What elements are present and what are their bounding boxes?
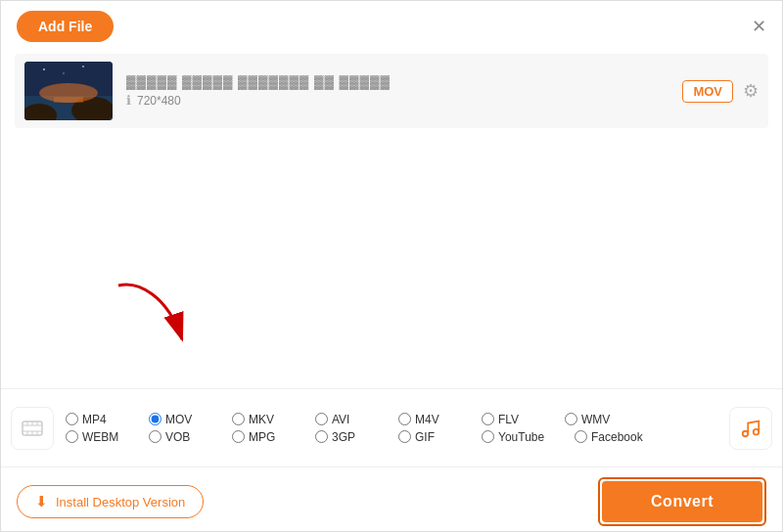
- install-desktop-button[interactable]: ⬇ Install Desktop Version: [17, 485, 204, 518]
- file-info: ▓▓▓▓▓ ▓▓▓▓▓ ▓▓▓▓▓▓▓ ▓▓ ▓▓▓▓▓ ℹ 720*480: [113, 74, 682, 108]
- svg-point-8: [63, 72, 65, 74]
- format-option-mp4[interactable]: MP4: [66, 413, 149, 426]
- add-file-button[interactable]: Add File: [17, 11, 114, 42]
- svg-point-20: [754, 428, 760, 434]
- video-format-icon[interactable]: [11, 407, 54, 450]
- format-option-vob[interactable]: VOB: [149, 430, 232, 444]
- format-radio-wmv[interactable]: [565, 413, 577, 425]
- format-option-gif[interactable]: GIF: [398, 430, 482, 444]
- format-label-mkv: MKV: [249, 413, 274, 426]
- format-option-mov[interactable]: MOV: [149, 413, 232, 426]
- format-option-youtube[interactable]: YouTube: [482, 430, 575, 444]
- format-radio-avi[interactable]: [315, 413, 328, 425]
- format-option-3gp[interactable]: 3GP: [315, 430, 398, 444]
- empty-area: [1, 134, 782, 330]
- format-option-webm[interactable]: WEBM: [66, 430, 149, 444]
- format-label-mov: MOV: [165, 413, 192, 426]
- format-grid-container: MP4 MOV MKV AVI M4V FLV: [66, 413, 719, 444]
- format-option-avi[interactable]: AVI: [315, 413, 398, 426]
- format-radio-vob[interactable]: [149, 430, 161, 443]
- file-thumbnail: [24, 62, 113, 120]
- svg-point-7: [82, 66, 84, 67]
- format-section: MP4 MOV MKV AVI M4V FLV: [1, 388, 782, 466]
- format-label-gif: GIF: [415, 430, 435, 444]
- format-option-flv[interactable]: FLV: [482, 413, 565, 426]
- format-radio-3gp[interactable]: [315, 430, 328, 443]
- format-option-wmv[interactable]: WMV: [565, 413, 648, 426]
- install-label: Install Desktop Version: [56, 495, 185, 510]
- file-resolution: 720*480: [137, 94, 181, 108]
- format-label-youtube: YouTube: [498, 430, 544, 444]
- info-icon: ℹ: [126, 93, 131, 108]
- convert-button-wrapper: Convert: [598, 477, 766, 526]
- svg-rect-5: [54, 97, 83, 103]
- format-radio-mp4[interactable]: [66, 413, 78, 425]
- format-label-flv: FLV: [498, 413, 519, 426]
- format-label-wmv: WMV: [581, 413, 610, 426]
- format-radio-gif[interactable]: [398, 430, 411, 443]
- svg-point-19: [743, 430, 749, 436]
- arrow-area: [1, 330, 782, 388]
- convert-button[interactable]: Convert: [602, 481, 762, 522]
- format-label-webm: WEBM: [82, 430, 118, 444]
- settings-icon[interactable]: ⚙: [743, 80, 759, 102]
- file-item-row: ▓▓▓▓▓ ▓▓▓▓▓ ▓▓▓▓▓▓▓ ▓▓ ▓▓▓▓▓ ℹ 720*480 M…: [15, 54, 768, 128]
- music-note-icon: [740, 418, 761, 439]
- format-radio-flv[interactable]: [482, 413, 494, 425]
- film-icon: [21, 417, 44, 440]
- bottom-bar: ⬇ Install Desktop Version Convert: [1, 466, 782, 532]
- file-meta: ℹ 720*480: [126, 93, 668, 108]
- format-label-vob: VOB: [165, 430, 190, 444]
- format-option-facebook[interactable]: Facebook: [575, 430, 658, 444]
- close-button[interactable]: ✕: [752, 18, 766, 35]
- format-row-2: WEBM VOB MPG 3GP GIF YouTube: [66, 430, 719, 444]
- format-radio-mkv[interactable]: [232, 413, 245, 425]
- file-name: ▓▓▓▓▓ ▓▓▓▓▓ ▓▓▓▓▓▓▓ ▓▓ ▓▓▓▓▓: [126, 74, 668, 89]
- top-bar: Add File ✕: [1, 1, 782, 48]
- format-label-mpg: MPG: [249, 430, 275, 444]
- format-option-mkv[interactable]: MKV: [232, 413, 315, 426]
- format-label-m4v: M4V: [415, 413, 439, 426]
- format-label-facebook: Facebook: [591, 430, 643, 444]
- svg-point-6: [43, 68, 45, 70]
- format-label-mp4: MP4: [82, 413, 107, 426]
- format-option-mpg[interactable]: MPG: [232, 430, 315, 444]
- format-radio-mov[interactable]: [149, 413, 161, 425]
- format-badge-button[interactable]: MOV: [682, 80, 733, 103]
- format-radio-youtube[interactable]: [482, 430, 494, 443]
- audio-format-icon[interactable]: [729, 407, 772, 450]
- format-row-1: MP4 MOV MKV AVI M4V FLV: [66, 413, 719, 426]
- file-actions: MOV ⚙: [682, 80, 759, 103]
- format-radio-webm[interactable]: [66, 430, 78, 443]
- format-radio-facebook[interactable]: [575, 430, 587, 443]
- format-radio-mpg[interactable]: [232, 430, 245, 443]
- download-icon: ⬇: [35, 493, 48, 510]
- format-radio-m4v[interactable]: [398, 413, 411, 425]
- format-option-m4v[interactable]: M4V: [398, 413, 482, 426]
- format-label-avi: AVI: [332, 413, 349, 426]
- format-label-3gp: 3GP: [332, 430, 355, 444]
